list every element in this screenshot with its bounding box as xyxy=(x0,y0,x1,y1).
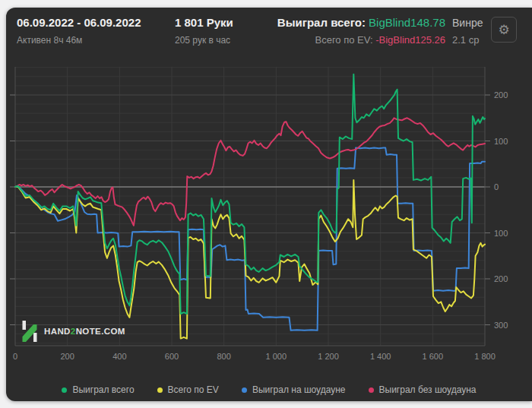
session-graph-panel: 06.09.2022 - 06.09.2022 Активен 8ч 46м 1… xyxy=(6,8,532,401)
winrate-label: Винре xyxy=(452,15,489,30)
hand2note-logo-icon xyxy=(21,321,38,342)
series-line-Всего по EV xyxy=(15,180,485,339)
y-axis-label: 200 xyxy=(494,90,508,100)
series-line-Выиграл без шоудауна xyxy=(15,118,485,225)
won-total-row: Выиграл всего: BigBlind148.78 xyxy=(249,15,445,30)
hands-count: 1 801 Руки xyxy=(175,15,233,30)
winnings-block: Выиграл всего: BigBlind148.78 Всего по E… xyxy=(249,15,445,46)
hand2note-logo-text: HAND2NOTE.COM xyxy=(44,327,125,336)
won-total-value: BigBlind148.78 xyxy=(369,16,445,29)
x-axis-label: 1 800 xyxy=(474,352,496,361)
x-axis-label: 400 xyxy=(112,352,126,361)
x-axis-label: 1 000 xyxy=(266,352,287,361)
winrate-block: Винре 2.1 ср xyxy=(452,15,489,46)
y-axis-label: 0 xyxy=(494,182,499,191)
legend-item[interactable]: Выиграл без шоудауна xyxy=(369,384,477,395)
logo-part3: NOTE.COM xyxy=(76,327,125,336)
y-axis-label: 300 xyxy=(494,321,508,330)
legend-label: Выиграл на шоудауне xyxy=(252,384,346,395)
series-line-Выиграл на шоудауне xyxy=(15,148,485,331)
won-total-label: Выиграл всего: xyxy=(277,16,366,29)
gear-icon: ⚙ xyxy=(498,22,509,38)
x-axis-label: 800 xyxy=(217,352,230,361)
active-time: Активен 8ч 46м xyxy=(17,34,141,46)
legend-label: Всего по EV xyxy=(168,384,219,395)
hands-block: 1 801 Руки 205 рук в час xyxy=(175,15,233,46)
winrate-value: 2.1 ср xyxy=(452,34,489,46)
y-axis-label: 200 xyxy=(494,274,508,283)
legend-dot-icon xyxy=(369,387,374,393)
legend-label: Выиграл всего xyxy=(72,384,134,395)
hands-per-hour: 205 рук в час xyxy=(175,34,233,46)
x-axis-label: 200 xyxy=(60,352,74,361)
y-axis-label: 100 xyxy=(494,137,508,146)
date-range-block: 06.09.2022 - 06.09.2022 Активен 8ч 46м xyxy=(17,15,141,46)
x-axis-label: 0 xyxy=(13,352,17,361)
legend-dot-icon xyxy=(242,387,247,393)
legend-label: Выиграл без шоудауна xyxy=(379,384,477,395)
ev-total-value: -BigBlind125.26 xyxy=(375,34,445,46)
legend: Выиграл всегоВсего по EVВыиграл на шоуда… xyxy=(6,384,532,395)
settings-button[interactable]: ⚙ xyxy=(491,17,517,43)
x-axis-label: 1 200 xyxy=(318,352,339,361)
x-axis-label: 600 xyxy=(165,352,179,361)
hand2note-logo: HAND2NOTE.COM xyxy=(21,321,125,342)
series-line-Выиграл всего xyxy=(15,74,485,314)
ev-total-label: Всего по EV: xyxy=(315,34,373,46)
legend-item[interactable]: Выиграл на шоудауне xyxy=(242,384,346,395)
legend-item[interactable]: Всего по EV xyxy=(157,384,219,395)
x-axis-label: 1 400 xyxy=(370,352,391,361)
ev-total-row: Всего по EV: -BigBlind125.26 xyxy=(249,34,445,46)
date-range: 06.09.2022 - 06.09.2022 xyxy=(17,15,141,30)
logo-part2: 2 xyxy=(71,327,76,336)
legend-dot-icon xyxy=(62,387,67,393)
legend-dot-icon xyxy=(157,387,163,393)
x-axis-label: 1 600 xyxy=(423,352,444,361)
y-axis-label: 100 xyxy=(494,229,508,238)
logo-part1: HAND xyxy=(44,327,71,336)
legend-item[interactable]: Выиграл всего xyxy=(62,384,134,395)
